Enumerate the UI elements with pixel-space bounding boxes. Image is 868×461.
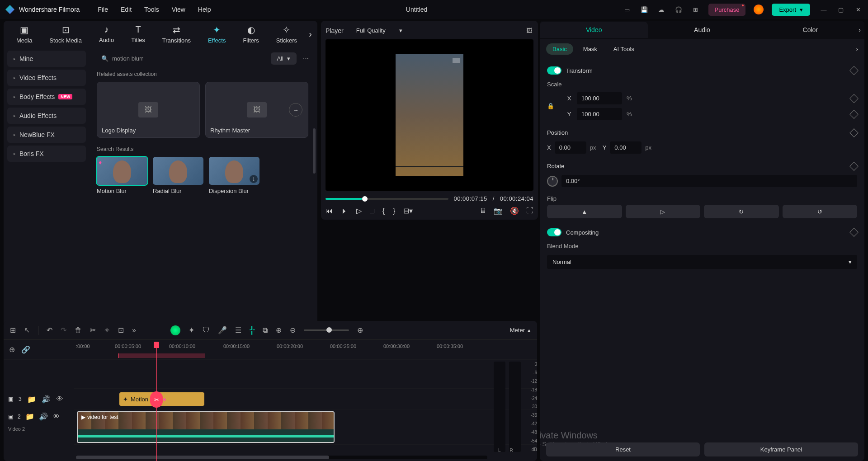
flip-vertical-button[interactable]: ▷ — [626, 205, 701, 218]
transform-keyframe-icon[interactable] — [849, 66, 859, 75]
tab-stock-media[interactable]: ⊡Stock Media — [46, 23, 85, 46]
tab-stickers[interactable]: ✧Stickers — [273, 23, 301, 46]
purchase-button[interactable]: Purchase — [708, 4, 746, 16]
sidebar-item-mine[interactable]: ▸Mine — [7, 51, 86, 67]
undo-icon[interactable]: ↶ — [47, 326, 52, 334]
blend-mode-dropdown[interactable]: Normal▾ — [547, 255, 857, 269]
rotate-input[interactable] — [561, 175, 857, 187]
aspect-dropdown[interactable]: ⊟▾ — [403, 207, 413, 215]
list-icon[interactable]: ☰ — [235, 326, 241, 334]
add-marker-icon[interactable]: ⊕ — [276, 326, 282, 334]
transform-toggle[interactable] — [547, 66, 561, 75]
effect-dispersion-blur[interactable]: ⭳ Dispersion Blur — [209, 157, 259, 194]
position-y-input[interactable] — [610, 141, 642, 154]
close-icon[interactable]: ✕ — [854, 5, 863, 14]
next-collection-icon[interactable]: → — [289, 103, 302, 117]
camera-icon[interactable]: 📷 — [494, 207, 503, 215]
track-folder-icon[interactable]: 📁 — [25, 412, 34, 421]
track-mute-icon[interactable]: 🔊 — [39, 412, 48, 421]
effect-radial-blur[interactable]: Radial Blur — [153, 157, 203, 194]
download-icon[interactable]: ⭳ — [250, 175, 258, 183]
collection-rhythm-master[interactable]: 🖼 Rhythm Master → — [205, 82, 308, 138]
tab-effects[interactable]: ✦Effects — [204, 23, 230, 46]
subtab-ai-tools[interactable]: AI Tools — [607, 43, 641, 55]
tabs-scroll-right-icon[interactable]: › — [309, 29, 312, 39]
scale-x-input[interactable] — [577, 92, 622, 104]
video-clip[interactable]: ▶video for test — [77, 411, 335, 443]
menu-edit[interactable]: Edit — [121, 6, 132, 13]
screen-icon[interactable]: ▭ — [623, 5, 632, 14]
reset-button[interactable]: Reset — [546, 442, 700, 456]
meter-toggle[interactable]: Meter ▴ — [510, 327, 531, 334]
track-hide-icon[interactable]: 👁 — [52, 413, 60, 421]
prop-tab-color[interactable]: Color — [756, 22, 864, 38]
play-reverse-icon[interactable]: ⏵ — [341, 207, 348, 215]
play-icon[interactable]: ▷ — [356, 207, 362, 215]
content-scrollbar[interactable] — [313, 128, 316, 174]
track-hide-icon[interactable]: 👁 — [56, 395, 63, 403]
export-button[interactable]: Export▾ — [772, 4, 810, 16]
snapshot-icon[interactable]: 🖼 — [524, 26, 533, 35]
keyframe-panel-button[interactable]: Keyframe Panel — [704, 442, 858, 456]
timeline-scrollbar[interactable] — [76, 456, 487, 459]
subtab-basic[interactable]: Basic — [546, 43, 573, 55]
collection-logo-display[interactable]: 🖼 Logo Display — [97, 82, 200, 138]
mark-in-icon[interactable]: { — [382, 207, 385, 215]
menu-file[interactable]: File — [98, 6, 108, 13]
track-folder-icon[interactable]: 📁 — [27, 395, 36, 404]
menu-tools[interactable]: Tools — [144, 6, 159, 13]
progress-slider[interactable] — [326, 198, 448, 200]
crop-icon[interactable]: ⊡ — [118, 326, 124, 334]
position-keyframe-icon[interactable] — [849, 128, 859, 137]
sidebar-item-body-effects[interactable]: ▸Body EffectsNEW — [7, 89, 86, 105]
menu-view[interactable]: View — [172, 6, 185, 13]
apps-icon[interactable]: ⊞ — [691, 5, 700, 14]
video-preview[interactable] — [326, 39, 533, 191]
mute-icon[interactable]: 🔇 — [510, 207, 519, 215]
prop-tab-audio[interactable]: Audio — [648, 22, 756, 38]
tab-transitions[interactable]: ⇄Transitions — [159, 23, 194, 46]
rotate-dial[interactable] — [547, 176, 558, 187]
cursor-icon[interactable]: ↖ — [24, 326, 30, 334]
more-tools-icon[interactable]: » — [132, 326, 136, 334]
overlap-icon[interactable]: ⧉ — [263, 326, 268, 334]
maximize-icon[interactable]: ▢ — [836, 5, 845, 14]
delete-icon[interactable]: 🗑 — [75, 326, 82, 334]
quality-dropdown[interactable]: Full Quality▾ — [352, 25, 407, 36]
headset-icon[interactable]: 🎧 — [674, 5, 683, 14]
scale-y-input[interactable] — [577, 108, 622, 120]
more-icon[interactable]: ⋯ — [301, 54, 310, 63]
minimize-icon[interactable]: — — [819, 5, 828, 14]
compositing-keyframe-icon[interactable] — [849, 228, 859, 237]
tab-titles[interactable]: TTitles — [127, 23, 149, 45]
position-x-input[interactable] — [555, 141, 586, 154]
sidebar-item-newblue[interactable]: ▸NewBlue FX — [7, 127, 86, 143]
mark-out-icon[interactable]: } — [393, 207, 395, 215]
link-icon[interactable]: 🔗 — [21, 345, 30, 354]
ai-face-icon[interactable] — [170, 325, 180, 335]
track-add-icon[interactable]: ⊕ — [9, 345, 15, 354]
sparkle-icon[interactable]: ✦ — [189, 326, 194, 334]
shield-icon[interactable]: 🛡 — [203, 326, 210, 334]
track-mute-icon[interactable]: 🔊 — [42, 395, 51, 404]
rotate-ccw-button[interactable]: ↺ — [783, 205, 858, 218]
save-icon[interactable]: 💾 — [640, 5, 649, 14]
timeline-ruler[interactable]: :00:00 00:00:05:00 00:00:10:00 00:00:15:… — [74, 340, 537, 360]
zoom-in-icon[interactable]: ⊕ — [357, 326, 363, 334]
scale-y-keyframe-icon[interactable] — [849, 110, 859, 119]
sidebar-item-audio-effects[interactable]: ▸Audio Effects — [7, 108, 86, 124]
prev-frame-icon[interactable]: ⏮ — [326, 207, 333, 215]
tab-media[interactable]: ▣Media — [13, 23, 36, 46]
split-icon[interactable]: ✂ — [150, 391, 163, 408]
zoom-out-icon[interactable]: ⊖ — [290, 326, 296, 334]
search-input[interactable]: 🔍motion blurr — [97, 52, 266, 65]
layout-icon[interactable]: ⊞ — [10, 326, 16, 334]
align-icon[interactable]: ╬ — [250, 326, 255, 334]
lock-icon[interactable]: 🔒 — [547, 103, 554, 110]
mic-icon[interactable]: 🎤 — [218, 326, 227, 334]
crop-tool-icon[interactable]: ✧ — [104, 326, 110, 334]
tab-audio[interactable]: ♪Audio — [95, 23, 118, 45]
display-icon[interactable]: 🖥 — [479, 207, 486, 215]
flip-horizontal-button[interactable]: ▲ — [547, 205, 622, 218]
filter-dropdown[interactable]: All▾ — [271, 52, 297, 65]
